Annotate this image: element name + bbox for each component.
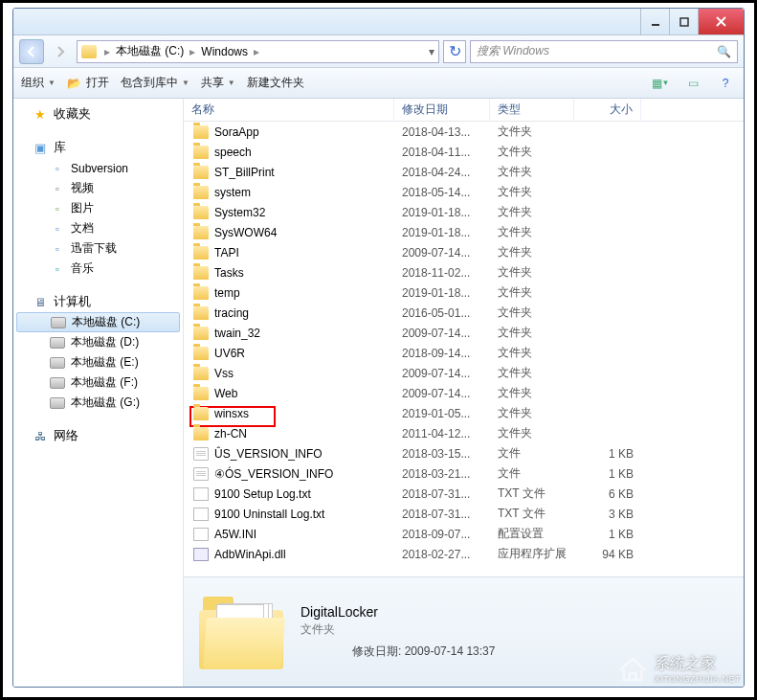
folder-icon	[193, 186, 209, 199]
navigation-pane: ★收藏夹 ▣库 ▫Subversion▫视频▫图片▫文档▫迅雷下载▫音乐 🖥计算…	[13, 99, 184, 687]
chevron-right-icon[interactable]: ▸	[252, 45, 261, 58]
file-row[interactable]: Tasks 2018-11-02... 文件夹	[184, 262, 744, 282]
view-options-button[interactable]: ▦ ▼	[650, 73, 671, 94]
file-type: 文件夹	[490, 124, 574, 140]
dropdown-icon[interactable]: ▾	[429, 45, 434, 58]
file-name: ④ÓS_VERSION_INFO	[214, 467, 333, 481]
organize-menu[interactable]: 组织▼	[21, 75, 56, 91]
file-type: 文件夹	[490, 405, 574, 421]
search-input[interactable]: 搜索 Windows 🔍	[470, 40, 738, 63]
file-row[interactable]: system 2018-05-14... 文件夹	[184, 182, 744, 202]
folder-icon	[193, 246, 209, 260]
drive-icon	[50, 357, 65, 369]
file-row[interactable]: ÛS_VERSION_INFO 2018-03-15... 文件 1 KB	[184, 443, 744, 463]
column-date[interactable]: 修改日期	[394, 99, 490, 121]
file-type: 文件夹	[490, 365, 574, 381]
folder-icon	[193, 347, 209, 360]
file-type: 文件夹	[490, 244, 574, 260]
forward-button[interactable]	[48, 39, 73, 64]
file-size: 6 KB	[574, 487, 641, 501]
file-name: 9100 Uninstall Log.txt	[214, 508, 324, 521]
txt-icon	[193, 508, 209, 521]
minimize-button[interactable]	[640, 9, 669, 34]
column-name[interactable]: 名称	[184, 99, 394, 121]
sidebar-drive-item[interactable]: 本地磁盘 (C:)	[16, 312, 180, 332]
column-size[interactable]: 大小	[574, 99, 641, 121]
file-row[interactable]: AdbWinApi.dll 2018-02-27... 应用程序扩展 94 KB	[184, 544, 744, 564]
folder-icon	[193, 407, 209, 420]
file-type: 文件夹	[490, 284, 574, 301]
file-date: 2018-07-31...	[394, 508, 490, 521]
file-row[interactable]: A5W.INI 2018-09-07... 配置设置 1 KB	[184, 524, 744, 544]
file-date: 2018-05-14...	[394, 186, 490, 199]
music-icon: ▫	[50, 261, 65, 277]
sidebar-drive-item[interactable]: 本地磁盘 (F:)	[13, 373, 183, 393]
column-type[interactable]: 类型	[490, 99, 574, 121]
help-button[interactable]: ?	[715, 73, 736, 94]
file-row[interactable]: 9100 Uninstall Log.txt 2018-07-31... TXT…	[184, 504, 744, 524]
favorites-group[interactable]: ★收藏夹	[13, 104, 183, 124]
sidebar-library-item[interactable]: ▫视频	[13, 178, 183, 198]
file-row[interactable]: zh-CN 2011-04-12... 文件夹	[184, 423, 744, 443]
breadcrumb-item[interactable]: 本地磁盘 (C:)	[112, 43, 188, 59]
file-row[interactable]: Web 2009-07-14... 文件夹	[184, 383, 744, 403]
file-row[interactable]: Vss 2009-07-14... 文件夹	[184, 363, 744, 383]
file-row[interactable]: SysWOW64 2019-01-18... 文件夹	[184, 222, 744, 242]
file-row[interactable]: 9100 Setup Log.txt 2018-07-31... TXT 文件 …	[184, 484, 744, 504]
file-name: twain_32	[214, 327, 260, 340]
file-type: 文件夹	[490, 144, 574, 160]
file-row[interactable]: tracing 2016-05-01... 文件夹	[184, 303, 744, 323]
breadcrumb-item[interactable]: Windows	[197, 45, 252, 58]
file-row[interactable]: ST_BillPrint 2018-04-24... 文件夹	[184, 162, 744, 182]
file-row[interactable]: temp 2019-01-18... 文件夹	[184, 282, 744, 303]
sidebar-library-item[interactable]: ▫图片	[13, 198, 183, 218]
doc-icon: ▫	[50, 161, 65, 176]
dll-icon	[193, 548, 209, 561]
sidebar-library-item[interactable]: ▫Subversion	[13, 158, 183, 178]
new-folder-button[interactable]: 新建文件夹	[247, 75, 304, 91]
sidebar-library-item[interactable]: ▫文档	[13, 218, 183, 238]
file-name: tracing	[214, 306, 249, 320]
file-row[interactable]: UV6R 2018-09-14... 文件夹	[184, 343, 744, 363]
file-row[interactable]: ④ÓS_VERSION_INFO 2018-03-21... 文件 1 KB	[184, 463, 744, 484]
chevron-right-icon[interactable]: ▸	[188, 45, 197, 58]
file-row[interactable]: SoraApp 2018-04-13... 文件夹	[184, 122, 744, 142]
libraries-group[interactable]: ▣库	[13, 138, 183, 158]
file-icon	[193, 467, 209, 481]
sidebar-drive-item[interactable]: 本地磁盘 (E:)	[13, 352, 183, 373]
share-menu[interactable]: 共享▼	[201, 75, 235, 91]
network-group[interactable]: 🖧网络	[13, 426, 183, 446]
open-button[interactable]: 📂打开	[67, 75, 109, 91]
sidebar-library-item[interactable]: ▫迅雷下载	[13, 238, 183, 259]
file-date: 2018-03-15...	[394, 447, 490, 461]
file-type: TXT 文件	[490, 485, 574, 502]
vid-icon: ▫	[50, 181, 65, 196]
address-bar[interactable]: ▸ 本地磁盘 (C:) ▸ Windows ▸ ▾	[77, 40, 439, 63]
nav-bar: ▸ 本地磁盘 (C:) ▸ Windows ▸ ▾ ↻ 搜索 Windows 🔍	[13, 35, 744, 68]
details-pane: DigitalLocker 文件夹 修改日期: 2009-07-14 13:37	[184, 576, 744, 687]
txt-icon	[193, 487, 209, 501]
include-library-menu[interactable]: 包含到库中▼	[121, 75, 189, 91]
computer-group[interactable]: 🖥计算机	[13, 292, 183, 312]
file-date: 2009-07-14...	[394, 387, 490, 400]
close-button[interactable]	[698, 9, 744, 34]
file-row[interactable]: winsxs 2019-01-05... 文件夹	[184, 403, 744, 423]
chevron-right-icon[interactable]: ▸	[102, 45, 112, 58]
file-row[interactable]: twain_32 2009-07-14... 文件夹	[184, 323, 744, 343]
sidebar-library-item[interactable]: ▫音乐	[13, 259, 183, 279]
folder-icon	[193, 125, 209, 139]
file-row[interactable]: System32 2019-01-18... 文件夹	[184, 202, 744, 222]
sidebar-drive-item[interactable]: 本地磁盘 (G:)	[13, 393, 183, 413]
sidebar-drive-item[interactable]: 本地磁盘 (D:)	[13, 332, 183, 352]
file-name: winsxs	[214, 407, 249, 420]
file-row[interactable]: TAPI 2009-07-14... 文件夹	[184, 242, 744, 262]
file-name: system	[214, 186, 251, 199]
file-row[interactable]: speech 2018-04-11... 文件夹	[184, 142, 744, 162]
folder-icon	[193, 327, 209, 340]
back-button[interactable]	[19, 39, 44, 64]
refresh-button[interactable]: ↻	[443, 40, 466, 63]
ini-icon	[193, 528, 209, 541]
file-list[interactable]: SoraApp 2018-04-13... 文件夹 speech 2018-04…	[184, 122, 744, 576]
preview-pane-button[interactable]: ▭	[682, 73, 703, 94]
maximize-button[interactable]	[669, 9, 698, 34]
